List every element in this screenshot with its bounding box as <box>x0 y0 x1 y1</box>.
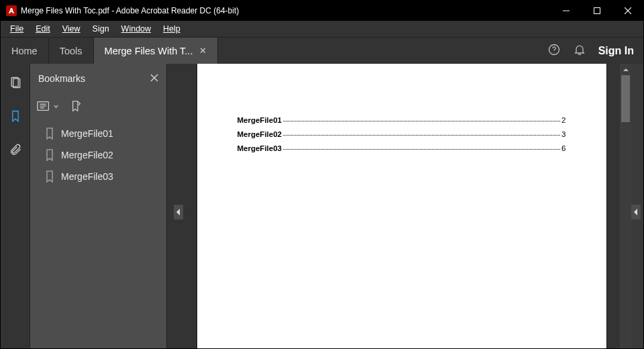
toc-leader <box>283 135 560 136</box>
bookmark-options-button[interactable] <box>37 100 58 112</box>
bookmarks-title: Bookmarks <box>38 73 85 84</box>
help-icon[interactable] <box>547 43 561 59</box>
menu-sign[interactable]: Sign <box>87 23 115 35</box>
menu-bar: File Edit View Sign Window Help <box>1 21 643 37</box>
bookmark-item[interactable]: MergeFile03 <box>33 166 164 187</box>
app-window: Merge Files With Toc.pdf - Adobe Acrobat… <box>0 0 644 349</box>
title-bar: Merge Files With Toc.pdf - Adobe Acrobat… <box>1 1 643 21</box>
tab-home[interactable]: Home <box>1 38 49 64</box>
close-button[interactable] <box>612 1 643 21</box>
bookmarks-panel: Bookmarks MergeFile01 Mer <box>30 64 167 348</box>
minimize-button[interactable] <box>551 1 582 21</box>
bookmarks-toolbar <box>30 93 166 119</box>
main-area: Bookmarks MergeFile01 Mer <box>1 64 643 348</box>
bell-icon[interactable] <box>573 43 586 59</box>
tab-document-label: Merge Files With T... <box>105 46 193 56</box>
navigation-rail <box>1 64 30 348</box>
toc-label: MergeFile03 <box>237 144 282 152</box>
toc-entry: MergeFile02 3 <box>237 130 566 138</box>
bookmarks-close-icon[interactable] <box>150 73 158 84</box>
attachments-icon[interactable] <box>9 143 22 159</box>
window-title: Merge Files With Toc.pdf - Adobe Acrobat… <box>21 6 239 15</box>
collapse-left-handle[interactable] <box>174 205 183 219</box>
right-gutter <box>631 64 643 348</box>
maximize-button[interactable] <box>582 1 612 21</box>
pdf-page: MergeFile01 2 MergeFile02 3 MergeFile03 … <box>197 64 606 348</box>
bookmark-label: MergeFile01 <box>61 128 113 139</box>
page-viewport[interactable]: MergeFile01 2 MergeFile02 3 MergeFile03 … <box>183 64 620 348</box>
menu-help[interactable]: Help <box>158 23 186 35</box>
toc-entry: MergeFile01 2 <box>237 116 566 124</box>
bookmarks-icon[interactable] <box>9 109 22 126</box>
bookmark-item[interactable]: MergeFile02 <box>33 144 164 166</box>
document-area: MergeFile01 2 MergeFile02 3 MergeFile03 … <box>167 64 643 348</box>
vertical-scrollbar[interactable] <box>620 64 631 348</box>
bookmark-label: MergeFile02 <box>61 150 113 160</box>
bookmark-ribbon-icon <box>45 128 54 140</box>
find-bookmark-button[interactable] <box>69 100 84 112</box>
bookmarks-header: Bookmarks <box>30 64 166 93</box>
collapse-right-handle[interactable] <box>631 205 641 219</box>
bookmark-ribbon-icon <box>45 149 54 161</box>
tab-close-icon[interactable]: ✕ <box>199 46 207 56</box>
menu-window[interactable]: Window <box>116 23 156 35</box>
app-icon <box>6 5 17 16</box>
toc-leader <box>283 149 560 150</box>
tab-tools[interactable]: Tools <box>49 38 94 64</box>
bookmark-ribbon-icon <box>45 170 54 183</box>
toc-page: 6 <box>561 144 566 152</box>
menu-view[interactable]: View <box>57 23 86 35</box>
scroll-up-icon[interactable] <box>620 64 631 75</box>
toc-label: MergeFile01 <box>237 116 282 124</box>
toc-page: 2 <box>561 116 566 124</box>
bookmark-item[interactable]: MergeFile01 <box>33 123 164 144</box>
menu-edit[interactable]: Edit <box>30 23 56 35</box>
bookmarks-list: MergeFile01 MergeFile02 MergeFile03 <box>30 119 166 191</box>
tab-bar: Home Tools Merge Files With T... ✕ Sign … <box>1 37 643 64</box>
menu-file[interactable]: File <box>5 23 29 35</box>
left-gutter <box>167 64 183 348</box>
toc-label: MergeFile02 <box>237 130 282 138</box>
toc-page: 3 <box>561 130 566 138</box>
bookmark-label: MergeFile03 <box>61 171 113 182</box>
tab-document[interactable]: Merge Files With T... ✕ <box>94 38 219 64</box>
svg-point-5 <box>553 52 554 52</box>
toc-leader <box>283 121 560 121</box>
thumbnails-icon[interactable] <box>9 76 22 92</box>
sign-in-button[interactable]: Sign In <box>598 45 634 57</box>
svg-rect-1 <box>594 8 600 14</box>
scroll-thumb[interactable] <box>621 75 630 122</box>
toc-entry: MergeFile03 6 <box>237 144 566 152</box>
